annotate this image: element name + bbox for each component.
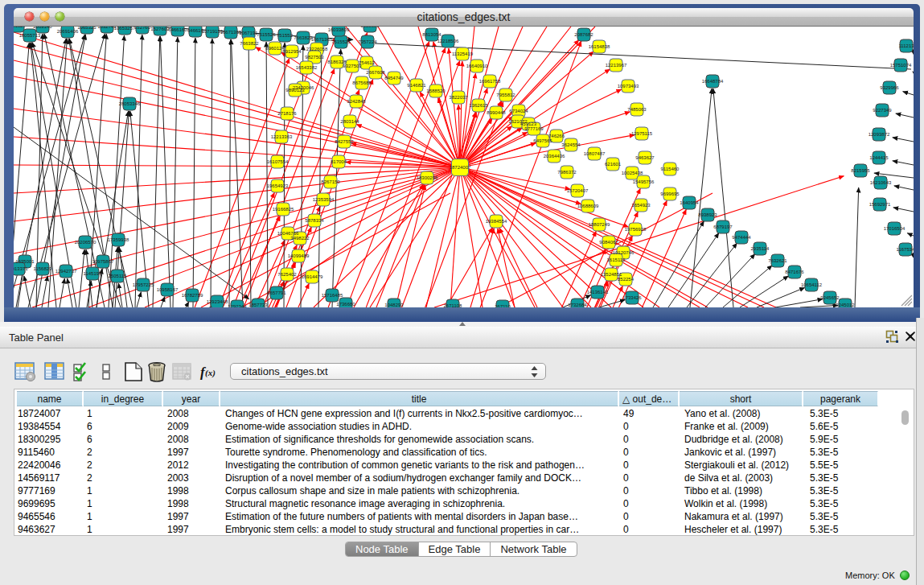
svg-text:7955812: 7955812 [496,93,515,97]
svg-text:7663822: 7663822 [240,41,259,46]
svg-text:1732684: 1732684 [568,303,587,307]
svg-text:12353594: 12353594 [313,197,335,202]
svg-text:17359938: 17359938 [108,237,129,242]
svg-text:7515526: 7515526 [331,39,351,44]
svg-text:28053346: 28053346 [119,101,141,106]
svg-text:1292344: 1292344 [228,304,247,307]
svg-text:1527602: 1527602 [150,27,170,31]
svg-text:15751074: 15751074 [890,63,912,68]
svg-text:6466160: 6466160 [168,27,187,32]
svg-text:12218506: 12218506 [437,39,459,43]
svg-text:12213967: 12213967 [606,63,627,68]
svg-text:18724007: 18724007 [450,165,471,170]
svg-text:15716485: 15716485 [322,293,343,298]
svg-text:10807487: 10807487 [584,151,606,156]
svg-text:3498222: 3498222 [290,236,310,241]
svg-text:252254: 252254 [618,277,634,282]
svg-text:10120746: 10120746 [613,250,634,255]
svg-text:817004: 817004 [331,159,347,164]
svg-text:3913371: 3913371 [14,266,28,271]
svg-text:3822037: 3822037 [449,95,468,100]
svg-text:8938923: 8938923 [698,212,717,217]
svg-text:181327: 181327 [14,27,27,28]
svg-text:16033809: 16033809 [328,27,350,32]
svg-text:751552: 751552 [277,33,294,38]
svg-text:19384554: 19384554 [486,219,507,224]
svg-text:754612: 754612 [359,60,376,65]
svg-text:7485063: 7485063 [627,107,647,112]
svg-text:14099489: 14099489 [288,253,310,258]
svg-text:1156829: 1156829 [34,266,53,271]
svg-text:9084067: 9084067 [599,240,618,245]
svg-text:2667608: 2667608 [366,70,385,75]
svg-text:621601: 621601 [605,162,622,167]
svg-text:3624554: 3624554 [561,142,581,147]
svg-text:8813054: 8813054 [422,32,441,37]
svg-text:1654923: 1654923 [631,203,651,208]
svg-text:15495756: 15495756 [633,179,655,184]
svg-text:5878334: 5878334 [305,218,324,223]
svg-text:1244415: 1244415 [869,155,889,160]
svg-text:16543382: 16543382 [296,65,318,70]
svg-text:2935114: 2935114 [751,246,770,251]
svg-text:746266: 746266 [548,134,565,138]
svg-text:1065325: 1065325 [77,27,97,30]
svg-text:(x): (x) [205,368,216,378]
svg-text:16154838: 16154838 [589,44,610,49]
svg-text:15720407: 15720407 [567,188,589,193]
svg-text:7357224: 7357224 [358,39,377,44]
svg-text:10025438: 10025438 [622,171,643,175]
svg-text:12975115: 12975115 [631,131,653,136]
svg-text:1167534: 1167534 [897,247,914,252]
svg-text:2505115: 2505115 [109,274,128,278]
svg-text:7625402: 7625402 [277,272,297,277]
svg-text:1615112: 1615112 [607,257,626,262]
svg-text:18055713: 18055713 [19,33,41,38]
svg-text:15692971: 15692971 [869,202,891,207]
svg-text:17016504: 17016504 [884,226,906,231]
svg-text:267110: 267110 [495,304,511,307]
svg-text:17957225: 17957225 [133,282,154,287]
svg-text:16648784: 16648784 [702,79,724,84]
svg-text:10654112: 10654112 [801,282,823,287]
svg-text:19756928: 19756928 [625,227,647,232]
svg-text:8267150: 8267150 [321,179,340,184]
svg-text:10958167: 10958167 [157,287,179,292]
svg-text:9777169: 9777169 [524,126,544,131]
svg-text:8454749: 8454749 [384,76,404,80]
svg-text:16107554: 16107554 [267,159,289,164]
svg-text:1736680: 1736680 [336,302,355,307]
svg-text:19166825: 19166825 [273,207,294,212]
svg-text:1857733: 1857733 [248,303,268,307]
svg-text:1635001: 1635001 [15,259,35,264]
svg-text:1588520: 1588520 [426,89,446,93]
svg-text:16640910: 16640910 [466,64,488,68]
svg-text:6879197: 6879197 [713,225,733,229]
svg-text:11325419: 11325419 [452,51,474,56]
svg-text:16671365: 16671365 [311,37,333,42]
svg-text:8471676: 8471676 [785,270,804,274]
svg-text:18300295: 18300295 [417,175,438,180]
svg-text:9245012: 9245012 [836,303,855,307]
svg-text:2069140: 2069140 [33,27,52,29]
svg-text:20691406: 20691406 [57,29,79,34]
svg-text:20364436: 20364436 [544,154,565,159]
svg-text:3242848: 3242848 [347,99,366,104]
svg-text:9245652: 9245652 [820,295,840,300]
svg-text:12923448: 12923448 [207,299,228,304]
svg-text:8912954: 8912954 [282,49,302,54]
svg-text:12942737: 12942737 [55,269,77,274]
svg-text:9890123: 9890123 [285,88,305,93]
svg-text:9657791: 9657791 [267,290,286,295]
svg-text:9699695: 9699695 [660,192,680,196]
svg-text:16210643: 16210643 [870,180,892,185]
svg-text:9115460: 9115460 [661,167,680,171]
svg-text:2718176: 2718176 [277,111,297,116]
svg-text:1145193: 1145193 [84,271,103,276]
svg-text:6734024: 6734024 [509,109,528,113]
svg-text:10653257: 10653257 [114,27,136,31]
svg-text:12093872: 12093872 [869,132,890,137]
svg-text:1640954: 1640954 [680,200,699,205]
svg-text:18807249: 18807249 [589,222,610,227]
svg-text:7986372: 7986372 [557,170,577,175]
